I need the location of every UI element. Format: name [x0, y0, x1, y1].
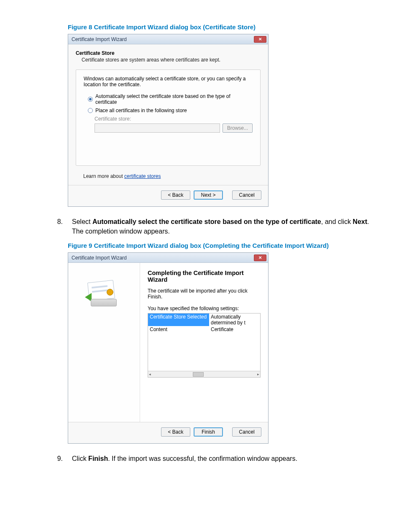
cert-store-dialog: Certificate Import Wizard ✕ Certificate … — [68, 34, 269, 207]
dialog-title: Certificate Import Wizard — [72, 36, 127, 42]
intro-text: Windows can automatically select a certi… — [84, 76, 253, 87]
dialog-footer: < Back Finish Cancel — [68, 422, 268, 443]
radio-auto-select[interactable]: Automatically select the certificate sto… — [88, 93, 253, 105]
settings-listbox[interactable]: Certificate Store Selected Automatically… — [148, 313, 261, 378]
certificate-graphic-icon — [83, 275, 125, 309]
learn-more-line: Learn more about certificate stores — [83, 173, 261, 179]
section-subtext: Certificate stores are system areas wher… — [82, 57, 261, 63]
dialog-titlebar: Certificate Import Wizard ✕ — [68, 34, 268, 44]
cert-store-label: Certificate store: — [95, 116, 253, 122]
step9-text: Click Finish. If the import was successf… — [72, 454, 297, 463]
step-number: 8. — [55, 217, 63, 236]
step8-text: Select Automatically select the certific… — [72, 217, 382, 236]
step-number: 9. — [55, 454, 63, 463]
back-button[interactable]: < Back — [161, 190, 190, 200]
dialog-titlebar: Certificate Import Wizard ✕ — [68, 253, 268, 263]
dialog-footer: < Back Next > Cancel — [68, 185, 268, 206]
list-key: Content — [148, 326, 209, 333]
figure8-caption: Figure 8 Certificate Import Wizard dialo… — [68, 23, 382, 31]
list-value: Automatically determined by t — [209, 314, 260, 326]
horizontal-scrollbar[interactable]: ◂ ▸ — [148, 371, 260, 377]
scroll-thumb[interactable] — [193, 372, 204, 377]
section-heading: Certificate Store — [76, 50, 261, 56]
radio-icon[interactable] — [88, 108, 93, 113]
radio-place-label: Place all certificates in the following … — [95, 108, 187, 113]
list-key[interactable]: Certificate Store Selected — [148, 314, 209, 326]
cert-store-input[interactable] — [95, 123, 220, 133]
finish-button[interactable]: Finish — [194, 427, 223, 437]
scroll-right-icon[interactable]: ▸ — [257, 372, 259, 376]
learn-more-link[interactable]: certificate stores — [124, 173, 161, 179]
figure9-caption: Figure 9 Certificate Import Wizard dialo… — [68, 242, 382, 249]
next-button[interactable]: Next > — [194, 190, 223, 200]
cancel-button[interactable]: Cancel — [232, 427, 261, 437]
completion-line2: You have specified the following setting… — [148, 306, 261, 311]
radio-auto-label: Automatically select the certificate sto… — [95, 93, 253, 105]
dialog-title: Certificate Import Wizard — [72, 255, 127, 261]
completion-dialog: Certificate Import Wizard ✕ Completing t… — [68, 252, 269, 444]
cancel-button[interactable]: Cancel — [232, 190, 261, 200]
close-icon[interactable]: ✕ — [254, 36, 266, 43]
wizard-graphic — [68, 263, 140, 422]
scroll-left-icon[interactable]: ◂ — [149, 372, 151, 376]
completion-line1: The certificate will be imported after y… — [148, 288, 261, 300]
radio-icon[interactable] — [88, 97, 93, 102]
list-value: Certificate — [209, 326, 260, 333]
back-button[interactable]: < Back — [161, 427, 190, 437]
completion-heading: Completing the Certificate Import Wizard — [148, 270, 261, 283]
close-icon[interactable]: ✕ — [254, 254, 266, 261]
browse-button[interactable]: Browse... — [223, 123, 253, 133]
radio-place-store[interactable]: Place all certificates in the following … — [88, 108, 253, 113]
